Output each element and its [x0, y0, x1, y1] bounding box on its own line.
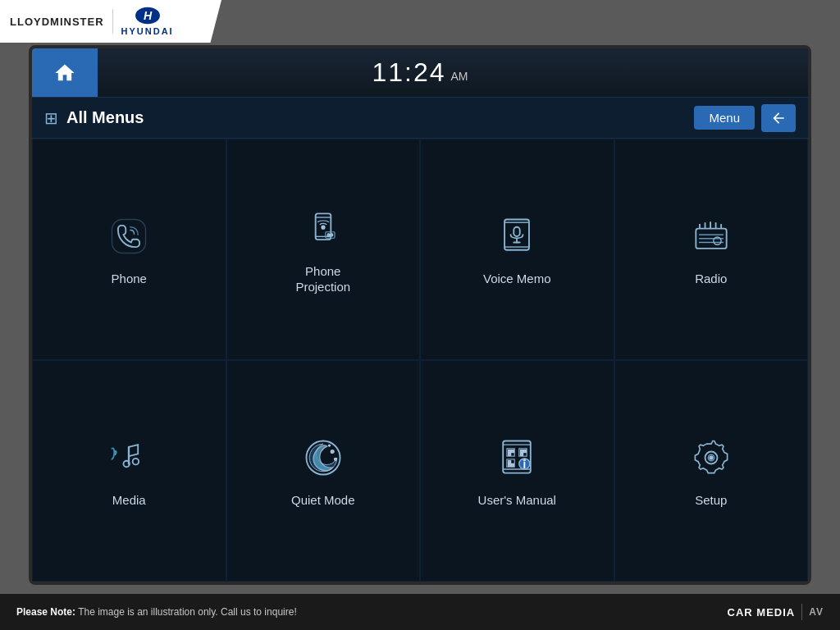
app-grid: Phone PhonePro — [32, 139, 808, 582]
svg-point-5 — [322, 226, 325, 229]
radio-label: Radio — [695, 271, 727, 287]
svg-point-7 — [327, 234, 330, 236]
clock-ampm: AM — [451, 70, 468, 83]
svg-rect-44 — [509, 464, 511, 467]
voice-memo-item[interactable]: Voice Memo — [420, 139, 614, 360]
back-button[interactable] — [761, 104, 796, 132]
svg-rect-43 — [509, 461, 511, 463]
footer-brand: CAR MEDIA AV — [728, 604, 824, 620]
users-manual-item[interactable]: User's Manual — [420, 360, 614, 582]
setup-icon-container — [682, 433, 740, 482]
phone-projection-label: PhoneProjection — [295, 263, 350, 295]
home-button[interactable] — [32, 48, 98, 97]
svg-rect-9 — [504, 220, 529, 250]
phone-icon — [106, 213, 152, 259]
car-media-text: CAR MEDIA — [728, 606, 796, 619]
footer-bar: Please Note: The image is an illustratio… — [0, 594, 840, 630]
quiet-mode-item[interactable]: Quiet Mode — [226, 360, 421, 582]
clock-time: 11:24 — [372, 57, 445, 88]
svg-rect-41 — [521, 454, 523, 456]
media-icon — [106, 435, 152, 481]
svg-rect-36 — [512, 450, 514, 453]
svg-point-47 — [523, 459, 525, 461]
svg-rect-40 — [524, 450, 527, 453]
footer-divider — [801, 604, 802, 620]
grid-icon: ⊞ — [44, 108, 58, 128]
quiet-mode-label: Quiet Mode — [291, 492, 355, 509]
users-manual-label: User's Manual — [478, 492, 556, 509]
badge-divider — [112, 9, 113, 34]
radio-item[interactable]: Radio — [614, 139, 809, 360]
svg-point-51 — [710, 456, 713, 459]
hyundai-brand-text: HYUNDAI — [121, 26, 174, 36]
hyundai-h-icon: H — [135, 7, 161, 25]
svg-point-30 — [328, 445, 330, 446]
menu-bar-title: All Menus — [66, 108, 694, 127]
svg-text:H: H — [144, 9, 153, 22]
media-label: Media — [112, 492, 146, 509]
quiet-mode-icon-container — [294, 433, 352, 482]
svg-rect-35 — [509, 450, 511, 453]
voice-memo-label: Voice Memo — [483, 271, 551, 287]
setup-item[interactable]: Setup — [614, 360, 809, 582]
svg-rect-45 — [512, 464, 514, 467]
svg-point-26 — [133, 459, 139, 464]
svg-point-29 — [334, 459, 336, 461]
phone-projection-icon — [300, 206, 346, 252]
menu-bar: ⊞ All Menus Menu — [32, 98, 808, 139]
svg-point-28 — [331, 450, 334, 454]
phone-projection-item[interactable]: PhoneProjection — [226, 139, 421, 360]
phone-label: Phone — [112, 271, 147, 287]
phone-projection-icon-container — [294, 204, 352, 253]
dealer-badge: LLOYDMINSTER H HYUNDAI — [0, 0, 221, 43]
footer-note-bold: Please Note: — [16, 606, 75, 618]
quiet-mode-icon — [300, 435, 346, 481]
footer-note: Please Note: The image is an illustratio… — [16, 606, 297, 618]
infotainment-screen: 11:24 AM ⊞ All Menus Menu — [29, 45, 811, 585]
radio-icon — [688, 213, 734, 259]
dealer-name: LLOYDMINSTER — [10, 16, 104, 28]
clock-area: 11:24 AM — [98, 57, 742, 88]
hyundai-logo: H HYUNDAI — [121, 7, 174, 36]
footer-note-text: The image is an illustration only. Call … — [78, 606, 297, 618]
back-icon — [770, 110, 787, 126]
setup-label: Setup — [695, 492, 727, 509]
home-icon — [53, 62, 76, 84]
svg-rect-37 — [509, 454, 511, 456]
setup-icon — [688, 435, 734, 481]
svg-rect-39 — [521, 450, 523, 453]
users-manual-icon-container — [488, 433, 546, 482]
voice-memo-icon — [494, 213, 540, 259]
phone-icon-container — [100, 212, 158, 261]
media-item[interactable]: Media — [32, 360, 226, 582]
svg-point-8 — [331, 234, 333, 236]
menu-button[interactable]: Menu — [694, 106, 755, 130]
voice-memo-icon-container — [488, 212, 546, 261]
av-logo: AV — [809, 606, 824, 618]
radio-icon-container — [682, 212, 740, 261]
phone-item[interactable]: Phone — [32, 139, 226, 360]
media-icon-container — [100, 433, 158, 482]
top-bar: 11:24 AM — [32, 48, 808, 98]
users-manual-icon — [494, 435, 540, 481]
svg-rect-12 — [514, 227, 520, 236]
